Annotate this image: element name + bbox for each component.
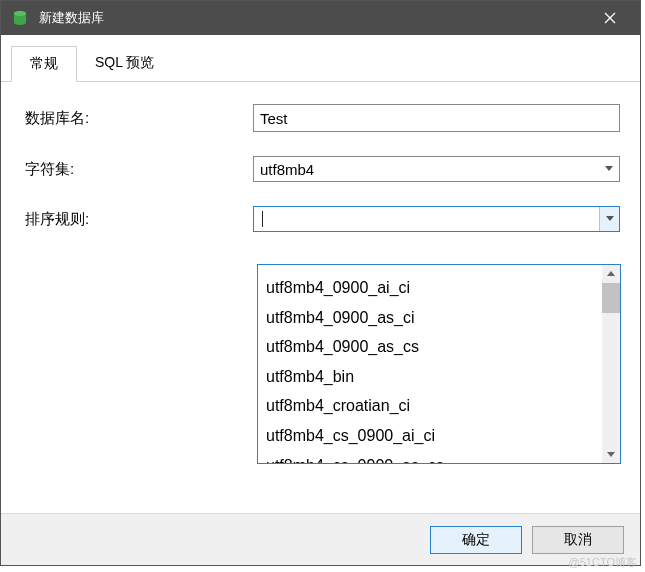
combo-collation-value [254, 207, 599, 231]
dialog-title: 新建数据库 [39, 9, 590, 27]
collation-option[interactable]: utf8mb4_croatian_ci [258, 391, 602, 421]
input-db-name[interactable] [253, 104, 620, 132]
collation-option[interactable]: utf8mb4_bin [258, 362, 602, 392]
label-db-name: 数据库名: [21, 109, 253, 128]
tab-sql-preview[interactable]: SQL 预览 [77, 46, 172, 82]
watermark: @51CTO博客 [569, 555, 637, 570]
svg-marker-5 [606, 216, 614, 221]
collation-option[interactable]: utf8mb4_cs_0900_as_cs [258, 451, 602, 463]
close-button[interactable] [590, 1, 630, 35]
close-icon [604, 12, 616, 24]
row-collation: 排序规则: [21, 206, 620, 232]
dialog-footer: 确定 取消 [1, 513, 640, 565]
svg-marker-4 [605, 166, 613, 171]
collation-option[interactable]: utf8mb4_0900_as_cs [258, 332, 602, 362]
label-charset: 字符集: [21, 160, 253, 179]
database-icon [11, 9, 29, 27]
chevron-down-icon [606, 216, 614, 222]
svg-point-1 [14, 11, 26, 16]
scroll-up-button[interactable] [602, 265, 620, 283]
collation-option[interactable]: utf8mb4_0900_as_ci [258, 303, 602, 333]
titlebar: 新建数据库 [1, 1, 640, 35]
collation-option[interactable]: utf8mb4_cs_0900_ai_ci [258, 421, 602, 451]
combo-charset-value: utf8mb4 [254, 157, 599, 181]
svg-marker-6 [607, 271, 615, 276]
row-charset: 字符集: utf8mb4 [21, 156, 620, 182]
row-db-name: 数据库名: [21, 104, 620, 132]
collation-dropdown: utf8mb4_0900_ai_ci utf8mb4_0900_as_ci ut… [257, 264, 621, 464]
scroll-track[interactable] [602, 283, 620, 445]
label-collation: 排序规则: [21, 210, 253, 229]
dropdown-scrollbar[interactable] [602, 265, 620, 463]
scroll-thumb[interactable] [602, 283, 620, 313]
dialog-window: 新建数据库 常规 SQL 预览 数据库名: 字符集: utf8mb4 [0, 0, 641, 566]
combo-collation-caret[interactable] [599, 207, 619, 231]
tab-bar: 常规 SQL 预览 [1, 35, 640, 82]
form-content: 数据库名: 字符集: utf8mb4 排序规则: [1, 82, 640, 513]
svg-marker-7 [607, 452, 615, 457]
chevron-up-icon [607, 271, 615, 277]
combo-charset[interactable]: utf8mb4 [253, 156, 620, 182]
combo-charset-caret[interactable] [599, 157, 619, 181]
cancel-button[interactable]: 取消 [532, 526, 624, 554]
collation-option[interactable]: utf8mb4_0900_ai_ci [258, 273, 602, 303]
combo-collation[interactable] [253, 206, 620, 232]
chevron-down-icon [605, 166, 613, 172]
collation-option-list: utf8mb4_0900_ai_ci utf8mb4_0900_as_ci ut… [258, 265, 602, 463]
scroll-down-button[interactable] [602, 445, 620, 463]
chevron-down-icon [607, 451, 615, 457]
tab-general[interactable]: 常规 [11, 46, 77, 82]
ok-button[interactable]: 确定 [430, 526, 522, 554]
text-cursor [262, 211, 263, 227]
